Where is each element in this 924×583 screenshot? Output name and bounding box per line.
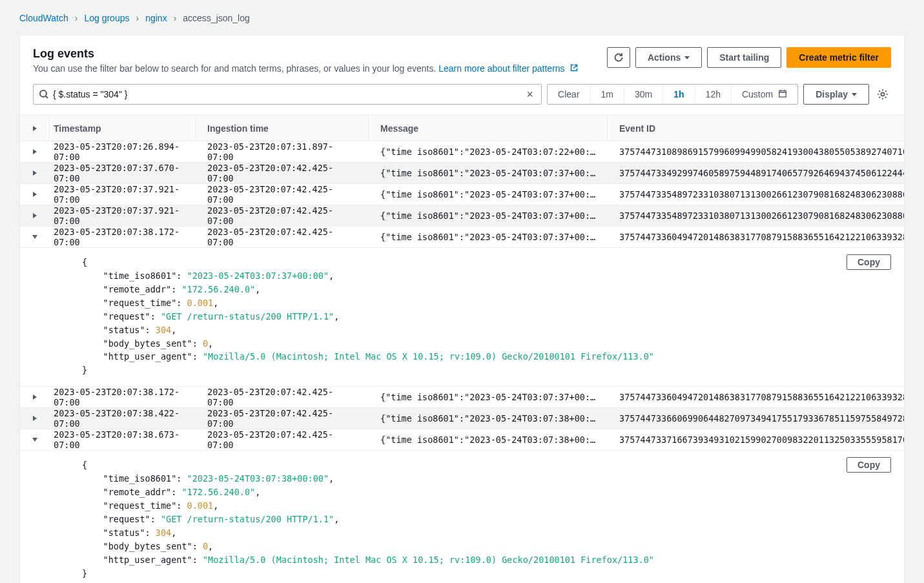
cell-timestamp: 2023-05-23T20:07:38.172-07:00	[50, 387, 196, 407]
table-header: Timestamp Ingestion time Message Event I…	[20, 116, 904, 141]
cell-ingestion: 2023-05-23T20:07:42.425-07:00	[196, 184, 369, 205]
col-message[interactable]: Message	[369, 116, 608, 141]
cell-eventid: 3757447310898691579960994990582419300438…	[608, 147, 904, 157]
cell-eventid: 3757447336049472014863831770879158836551…	[608, 232, 904, 242]
breadcrumb-nginx[interactable]: nginx	[145, 13, 167, 23]
refresh-button[interactable]	[607, 47, 630, 68]
refresh-icon	[613, 52, 624, 63]
cell-message: {"time_iso8601":"2023-05-24T03:07:22+00:…	[369, 147, 608, 157]
cell-eventid: 3757447334929974605897594489174065779264…	[608, 168, 904, 178]
cell-message: {"time_iso8601":"2023-05-24T03:07:37+00:…	[369, 232, 608, 242]
svg-rect-1	[779, 90, 786, 97]
cell-timestamp: 2023-05-23T20:07:37.670-07:00	[50, 163, 196, 183]
cell-message: {"time_iso8601":"2023-05-24T03:07:37+00:…	[369, 168, 608, 178]
table-row: 2023-05-23T20:07:38.172-07:002023-05-23T…	[20, 387, 904, 408]
cell-message: {"time_iso8601":"2023-05-24T03:07:38+00:…	[369, 413, 608, 424]
breadcrumb: CloudWatch › Log groups › nginx › access…	[19, 13, 905, 23]
table-row: 2023-05-23T20:07:38.673-07:002023-05-23T…	[20, 429, 904, 451]
panel-header: Log events You can use the filter bar be…	[20, 36, 904, 84]
cell-ingestion: 2023-05-23T20:07:42.425-07:00	[196, 205, 369, 226]
create-metric-filter-button[interactable]: Create metric filter	[786, 47, 891, 68]
time-1h[interactable]: 1h	[662, 85, 694, 104]
log-events-table: Timestamp Ingestion time Message Event I…	[20, 115, 904, 583]
time-range-group: Clear 1m 30m 1h 12h Custom	[547, 84, 798, 105]
chevron-right-icon: ›	[174, 13, 177, 23]
expand-all-toggle[interactable]	[20, 116, 50, 141]
breadcrumb-cloudwatch[interactable]: CloudWatch	[19, 13, 68, 23]
time-clear[interactable]: Clear	[548, 85, 590, 104]
breadcrumb-current: access_json_log	[183, 13, 250, 23]
table-row: 2023-05-23T20:07:37.921-07:002023-05-23T…	[20, 184, 904, 205]
cell-ingestion: 2023-05-23T20:07:42.425-07:00	[196, 387, 369, 407]
log-events-panel: Log events You can use the filter bar be…	[19, 35, 905, 583]
cell-timestamp: 2023-05-23T20:07:38.172-07:00	[50, 227, 196, 247]
cell-eventid: 3757447336606990644827097349417551793367…	[608, 413, 904, 424]
svg-point-0	[40, 90, 46, 97]
row-expander[interactable]	[32, 394, 38, 400]
time-12h[interactable]: 12h	[695, 85, 731, 104]
gear-icon	[877, 88, 888, 100]
settings-button[interactable]	[874, 88, 891, 100]
start-tailing-button[interactable]: Start tailing	[707, 47, 781, 68]
time-custom[interactable]: Custom	[731, 85, 797, 104]
copy-button[interactable]: Copy	[847, 457, 891, 473]
cell-ingestion: 2023-05-23T20:07:31.897-07:00	[196, 141, 369, 162]
chevron-right-icon: ›	[136, 13, 139, 23]
cell-ingestion: 2023-05-23T20:07:42.425-07:00	[196, 429, 369, 450]
col-ingestion[interactable]: Ingestion time	[196, 116, 369, 141]
table-row: 2023-05-23T20:07:26.894-07:002023-05-23T…	[20, 141, 904, 163]
expanded-json: Copy{ "time_iso8601": "2023-05-24T03:07:…	[20, 451, 904, 583]
caret-right-icon	[32, 125, 38, 132]
cell-message: {"time_iso8601":"2023-05-24T03:07:37+00:…	[369, 392, 608, 402]
time-1m[interactable]: 1m	[590, 85, 624, 104]
header-actions: Actions Start tailing Create metric filt…	[607, 47, 891, 68]
cell-eventid: 3757447335489723310380713130026612307908…	[608, 189, 904, 199]
row-expander[interactable]	[32, 415, 38, 422]
filter-input-wrap[interactable]: ×	[33, 84, 542, 105]
learn-more-link[interactable]: Learn more about filter patterns	[438, 63, 577, 74]
cell-timestamp: 2023-05-23T20:07:38.673-07:00	[50, 429, 196, 450]
table-row: 2023-05-23T20:07:37.921-07:002023-05-23T…	[20, 205, 904, 227]
row-expander[interactable]	[32, 234, 38, 240]
filter-bar: × Clear 1m 30m 1h 12h Custom Display	[20, 84, 904, 115]
panel-title: Log events	[33, 47, 578, 61]
cell-message: {"time_iso8601":"2023-05-24T03:07:37+00:…	[369, 189, 608, 199]
chevron-right-icon: ›	[75, 13, 78, 23]
cell-eventid: 3757447337166739349310215990270098322011…	[608, 435, 904, 445]
panel-description: You can use the filter bar below to sear…	[33, 63, 578, 74]
table-row: 2023-05-23T20:07:37.670-07:002023-05-23T…	[20, 163, 904, 184]
cell-ingestion: 2023-05-23T20:07:42.425-07:00	[196, 227, 369, 247]
cell-eventid: 3757447336049472014863831770879158836551…	[608, 392, 904, 402]
col-eventid[interactable]: Event ID	[608, 123, 904, 134]
time-30m[interactable]: 30m	[624, 85, 662, 104]
col-timestamp[interactable]: Timestamp	[50, 116, 196, 141]
cell-message: {"time_iso8601":"2023-05-24T03:07:38+00:…	[369, 435, 608, 445]
row-expander[interactable]	[32, 436, 38, 443]
external-link-icon	[570, 63, 578, 74]
calendar-icon	[778, 89, 787, 100]
search-icon	[39, 89, 49, 99]
cell-timestamp: 2023-05-23T20:07:37.921-07:00	[50, 184, 196, 205]
cell-timestamp: 2023-05-23T20:07:38.422-07:00	[50, 408, 196, 429]
table-body: 2023-05-23T20:07:26.894-07:002023-05-23T…	[20, 141, 904, 583]
actions-button[interactable]: Actions	[635, 47, 702, 68]
row-expander[interactable]	[32, 170, 38, 176]
row-expander[interactable]	[32, 191, 38, 198]
cell-timestamp: 2023-05-23T20:07:26.894-07:00	[50, 141, 196, 162]
row-expander[interactable]	[32, 212, 38, 219]
cell-timestamp: 2023-05-23T20:07:37.921-07:00	[50, 205, 196, 226]
cell-ingestion: 2023-05-23T20:07:42.425-07:00	[196, 408, 369, 429]
copy-button[interactable]: Copy	[847, 254, 891, 270]
display-button[interactable]: Display	[803, 84, 869, 105]
cell-eventid: 3757447335489723310380713130026612307908…	[608, 210, 904, 221]
table-row: 2023-05-23T20:07:38.422-07:002023-05-23T…	[20, 408, 904, 429]
clear-filter-icon[interactable]: ×	[524, 88, 537, 101]
caret-down-icon	[684, 56, 690, 59]
row-expander[interactable]	[32, 148, 38, 155]
filter-input[interactable]	[53, 89, 524, 99]
cell-message: {"time_iso8601":"2023-05-24T03:07:37+00:…	[369, 210, 608, 221]
svg-point-2	[881, 92, 884, 96]
breadcrumb-loggroups[interactable]: Log groups	[84, 13, 129, 23]
cell-ingestion: 2023-05-23T20:07:42.425-07:00	[196, 163, 369, 183]
expanded-json: Copy{ "time_iso8601": "2023-05-24T03:07:…	[20, 248, 904, 387]
